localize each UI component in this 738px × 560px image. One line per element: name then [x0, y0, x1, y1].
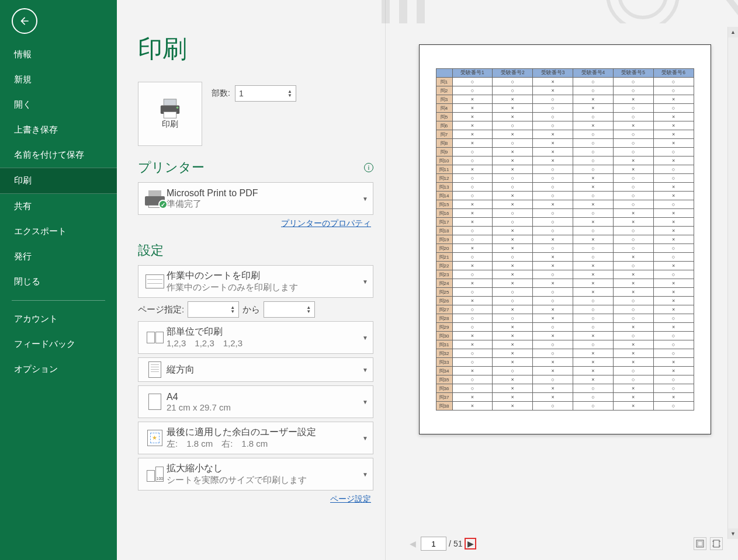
nav-item-6[interactable]: 共有 — [0, 194, 117, 219]
vertical-scrollbar[interactable]: ▲▼ — [727, 27, 738, 539]
preview-scroll[interactable]: 受験番号1受験番号2受験番号3受験番号4受験番号5受験番号6問1○○×○○○問2… — [403, 27, 726, 533]
printer-selector[interactable]: Microsoft Print to PDF準備完了 ▼ — [138, 182, 373, 215]
printer-properties-link[interactable]: プリンターのプロパティ — [138, 218, 371, 229]
copies-value: 1 — [239, 89, 244, 98]
page-to-input[interactable]: ▲▼ — [264, 301, 315, 318]
table-row: 問7×××○○× — [436, 130, 694, 139]
back-button[interactable] — [12, 8, 37, 34]
print-settings-panel: 印刷 印刷 部数: 1 ▲▼ プリンター i — [117, 0, 386, 560]
nav-item-3[interactable]: 上書き保存 — [0, 117, 117, 142]
nav-account-item-1[interactable]: フィードバック — [0, 332, 117, 357]
chevron-down-icon: ▼ — [362, 435, 368, 441]
margins-icon — [147, 430, 162, 446]
zoom-to-page-button[interactable] — [710, 537, 723, 550]
table-row: 問18○×○○○× — [436, 227, 694, 235]
table-row: 問38××○○×○ — [436, 402, 694, 411]
col-header: 受験番号5 — [613, 69, 653, 78]
table-row: 問27○××○○× — [436, 305, 694, 314]
table-row: 問14○×○○○× — [436, 192, 694, 200]
col-header — [436, 69, 452, 78]
table-row: 問8×○×○○× — [436, 139, 694, 148]
table-row: 問29○×○○×× — [436, 323, 694, 332]
page-setup-link[interactable]: ページ設定 — [138, 494, 371, 505]
nav-separator — [12, 300, 105, 301]
table-row: 問21○○×○×○ — [436, 253, 694, 262]
nav-item-9[interactable]: 閉じる — [0, 269, 117, 294]
col-header: 受験番号4 — [573, 69, 613, 78]
collate-selector[interactable]: 部単位で印刷1,2,3 1,2,3 1,2,3 ▼ — [138, 321, 373, 354]
current-page-input[interactable] — [421, 537, 446, 551]
table-row: 問5××○○○× — [436, 113, 694, 121]
scaling-selector[interactable]: 拡大縮小なしシートを実際のサイズで印刷します ▼ — [138, 458, 373, 491]
orientation-selector[interactable]: 縦方向 ▼ — [138, 357, 373, 382]
preview-nav-bar: ◀ / 51 ▶ — [403, 533, 726, 554]
print-what-selector[interactable]: 作業中のシートを印刷作業中のシートのみを印刷します ▼ — [138, 265, 373, 298]
copies-spinner[interactable]: 1 ▲▼ — [235, 85, 296, 102]
scale-icon — [147, 467, 164, 482]
nav-item-0[interactable]: 情報 — [0, 42, 117, 67]
table-row: 問32○×○××○ — [436, 349, 694, 358]
page-title: 印刷 — [138, 33, 373, 65]
preview-table: 受験番号1受験番号2受験番号3受験番号4受験番号5受験番号6問1○○×○○○問2… — [436, 68, 694, 411]
table-row: 問16×○○○×× — [436, 209, 694, 218]
print-preview-area: 受験番号1受験番号2受験番号3受験番号4受験番号5受験番号6問1○○×○○○問2… — [386, 0, 738, 560]
table-row: 問30××××○○ — [436, 332, 694, 340]
table-row: 問22××××○× — [436, 262, 694, 270]
chevron-down-icon: ▼ — [362, 471, 368, 478]
nav-item-5[interactable]: 印刷 — [0, 168, 117, 194]
nav-item-7[interactable]: エクスポート — [0, 219, 117, 244]
table-row: 問2○○×○○○ — [436, 86, 694, 95]
nav-item-1[interactable]: 新規 — [0, 67, 117, 92]
zoom-page-icon — [712, 540, 720, 548]
table-row: 問15××××○○ — [436, 200, 694, 209]
next-page-button[interactable]: ▶ — [465, 538, 476, 549]
table-row: 問10○××○×× — [436, 156, 694, 165]
page-range-row: ページ指定: ▲▼ から ▲▼ — [138, 301, 373, 318]
table-row: 問33○××××× — [436, 358, 694, 367]
portrait-icon — [148, 361, 161, 378]
paper-size-selector[interactable]: A421 cm x 29.7 cm ▼ — [138, 385, 373, 418]
table-row: 問35○×○×○○ — [436, 375, 694, 384]
prev-page-button: ◀ — [407, 538, 418, 549]
table-row: 問20××○○○○ — [436, 244, 694, 253]
spinner-buttons[interactable]: ▲▼ — [287, 89, 292, 98]
nav-item-2[interactable]: 開く — [0, 92, 117, 117]
paper-icon — [148, 394, 161, 410]
show-margins-button[interactable] — [694, 537, 706, 550]
table-row: 問3××○××× — [436, 95, 694, 104]
page-to-label: から — [242, 304, 260, 315]
table-row: 問19○×××○× — [436, 235, 694, 244]
chevron-down-icon: ▼ — [362, 399, 368, 405]
collate-icon — [147, 332, 164, 343]
printer-icon — [157, 98, 183, 119]
page-from-input[interactable]: ▲▼ — [188, 301, 239, 318]
table-row: 問17×○○××× — [436, 218, 694, 227]
col-header: 受験番号6 — [653, 69, 694, 78]
table-row: 問36○××○×○ — [436, 384, 694, 393]
nav-account-item-2[interactable]: オプション — [0, 357, 117, 382]
chevron-down-icon: ▼ — [362, 367, 368, 373]
table-row: 問37×××○×× — [436, 393, 694, 402]
table-row: 問24×××××× — [436, 279, 694, 288]
table-row: 問13○○○×○× — [436, 183, 694, 192]
chevron-down-icon: ▼ — [362, 335, 368, 341]
print-button-label: 印刷 — [162, 119, 178, 130]
print-button[interactable]: 印刷 — [138, 82, 202, 146]
arrow-left-icon — [19, 15, 30, 27]
table-row: 問12○○○×○○ — [436, 174, 694, 183]
table-row: 問1○○×○○○ — [436, 78, 694, 86]
info-icon[interactable]: i — [364, 163, 373, 172]
svg-rect-4 — [164, 99, 176, 106]
col-header: 受験番号2 — [493, 69, 533, 78]
nav-account-item-0[interactable]: アカウント — [0, 307, 117, 332]
svg-point-6 — [176, 106, 179, 109]
table-row: 問25○○○××× — [436, 288, 694, 297]
nav-item-8[interactable]: 発行 — [0, 244, 117, 269]
table-row: 問23○×○××○ — [436, 270, 694, 279]
margins-selector[interactable]: 最後に適用した余白のユーザー設定左: 1.8 cm 右: 1.8 cm ▼ — [138, 422, 373, 454]
printer-ready-icon — [143, 189, 167, 208]
printer-heading: プリンター i — [138, 159, 373, 176]
settings-heading: 設定 — [138, 242, 373, 259]
nav-item-4[interactable]: 名前を付けて保存 — [0, 142, 117, 168]
table-row: 問26×○○○○× — [436, 297, 694, 305]
